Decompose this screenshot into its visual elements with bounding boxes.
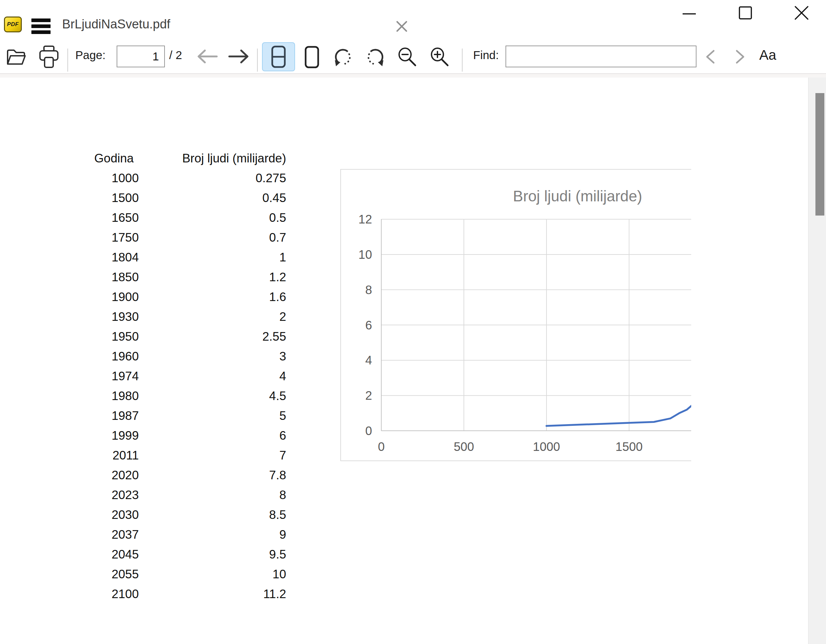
printer-icon <box>38 45 59 69</box>
toolbar-shadow <box>0 74 826 77</box>
cell-godina: 2020 <box>89 465 139 485</box>
page-label: Page: <box>75 48 106 62</box>
find-label: Find: <box>473 48 499 62</box>
chart-data-line <box>547 233 691 426</box>
cell-godina: 2037 <box>89 525 139 545</box>
cell-godina: 2011 <box>89 446 139 465</box>
single-page-view-button[interactable] <box>299 44 324 70</box>
window-close-button[interactable] <box>790 2 814 24</box>
chart-x-tick-label: 500 <box>453 440 474 454</box>
toolbar-separator <box>462 48 463 72</box>
table-row: 10000.275 <box>89 168 286 188</box>
cell-broj-ljudi: 9.5 <box>139 545 286 565</box>
rotate-right-icon <box>365 47 385 67</box>
cell-godina: 1900 <box>89 287 139 307</box>
cell-broj-ljudi: 10 <box>139 565 286 584</box>
chevron-left-icon <box>705 49 716 64</box>
table-header-godina: Godina <box>89 149 139 168</box>
table-row: 16500.5 <box>89 208 286 228</box>
arrow-left-icon <box>196 49 218 64</box>
toolbar-separator <box>67 48 68 72</box>
title-bar: PDF BrLjudiNaSvetu.pdf <box>0 0 826 38</box>
cell-godina: 2045 <box>89 545 139 565</box>
chart-y-tick-label: 12 <box>359 212 372 226</box>
arrow-right-icon <box>228 49 250 64</box>
zoom-out-button[interactable] <box>394 45 420 70</box>
toolbar-separator <box>257 48 258 72</box>
window-minimize-button[interactable] <box>677 2 701 24</box>
match-case-toggle[interactable]: Aa <box>759 47 776 63</box>
table-row: 19001.6 <box>89 287 286 307</box>
table-row: 19502.55 <box>89 327 286 347</box>
table-row: 19603 <box>89 347 286 366</box>
rotate-left-icon <box>333 47 353 67</box>
continuous-view-icon <box>271 46 286 68</box>
pdf-app-icon: PDF <box>4 17 22 33</box>
table-header-row: Godina Broj ljudi (milijarde) <box>89 149 286 168</box>
chevron-right-icon <box>734 49 746 64</box>
table-row: 20379 <box>89 525 286 545</box>
table-row: 210011.2 <box>89 584 286 604</box>
vertical-scrollbar-track[interactable] <box>808 77 826 644</box>
find-next-button[interactable] <box>731 46 749 67</box>
cell-broj-ljudi: 5 <box>139 406 286 426</box>
cell-godina: 1974 <box>89 366 139 386</box>
print-button[interactable] <box>36 44 62 70</box>
rotate-left-button[interactable] <box>331 45 356 70</box>
cell-broj-ljudi: 3 <box>139 347 286 366</box>
table-row: 19875 <box>89 406 286 426</box>
chart-y-tick-label: 8 <box>365 283 372 297</box>
cell-godina: 2055 <box>89 565 139 584</box>
cell-broj-ljudi: 0.5 <box>139 208 286 228</box>
cell-broj-ljudi: 1.2 <box>139 267 286 287</box>
document-tab-title[interactable]: BrLjudiNaSvetu.pdf <box>62 17 170 31</box>
cell-godina: 1980 <box>89 386 139 406</box>
table-body: 10000.27515000.4516500.517500.7180411850… <box>89 168 286 604</box>
cell-godina: 1960 <box>89 347 139 366</box>
table-row: 15000.45 <box>89 188 286 208</box>
cell-broj-ljudi: 9 <box>139 525 286 545</box>
cell-broj-ljudi: 2.55 <box>139 327 286 347</box>
cell-godina: 1930 <box>89 307 139 327</box>
cell-godina: 2100 <box>89 584 139 604</box>
vertical-scrollbar-thumb[interactable] <box>815 93 824 215</box>
rotate-right-button[interactable] <box>363 45 388 70</box>
table-row: 18501.2 <box>89 267 286 287</box>
table-row: 20238 <box>89 485 286 505</box>
page-total-label: / 2 <box>169 48 182 62</box>
cell-broj-ljudi: 1 <box>139 248 286 267</box>
chart-y-tick-label: 4 <box>365 353 372 367</box>
cell-godina: 1804 <box>89 248 139 267</box>
find-previous-button[interactable] <box>701 46 720 67</box>
maximize-icon <box>738 5 753 20</box>
close-icon <box>396 20 408 33</box>
cell-godina: 2023 <box>89 485 139 505</box>
menu-hamburger-icon[interactable] <box>31 19 51 34</box>
chart-y-tick-label: 6 <box>365 319 372 332</box>
cell-godina: 1950 <box>89 327 139 347</box>
page-number-input[interactable] <box>116 46 165 67</box>
cell-broj-ljudi: 4.5 <box>139 386 286 406</box>
cell-broj-ljudi: 11.2 <box>139 584 286 604</box>
chart-y-tick-label: 0 <box>365 424 372 438</box>
table-row: 19302 <box>89 307 286 327</box>
next-page-button[interactable] <box>227 46 251 67</box>
cell-broj-ljudi: 0.45 <box>139 188 286 208</box>
tab-close-button[interactable] <box>394 19 410 34</box>
pdf-page: Godina Broj ljudi (milijarde) 10000.2751… <box>0 77 807 644</box>
find-input[interactable] <box>506 46 697 67</box>
continuous-view-button[interactable] <box>262 42 295 71</box>
table-row: 20308.5 <box>89 505 286 525</box>
table-row: 20459.5 <box>89 545 286 565</box>
window-maximize-button[interactable] <box>733 2 757 24</box>
open-file-button[interactable] <box>4 46 28 69</box>
previous-page-button[interactable] <box>195 46 219 67</box>
minimize-icon <box>682 5 697 20</box>
cell-broj-ljudi: 0.7 <box>139 228 286 248</box>
cell-broj-ljudi: 6 <box>139 426 286 446</box>
zoom-in-button[interactable] <box>426 45 453 70</box>
chart-title: Broj ljudi (milijarde) <box>513 187 642 205</box>
zoom-in-icon <box>429 47 450 67</box>
cell-broj-ljudi: 8.5 <box>139 505 286 525</box>
cell-broj-ljudi: 7 <box>139 446 286 465</box>
